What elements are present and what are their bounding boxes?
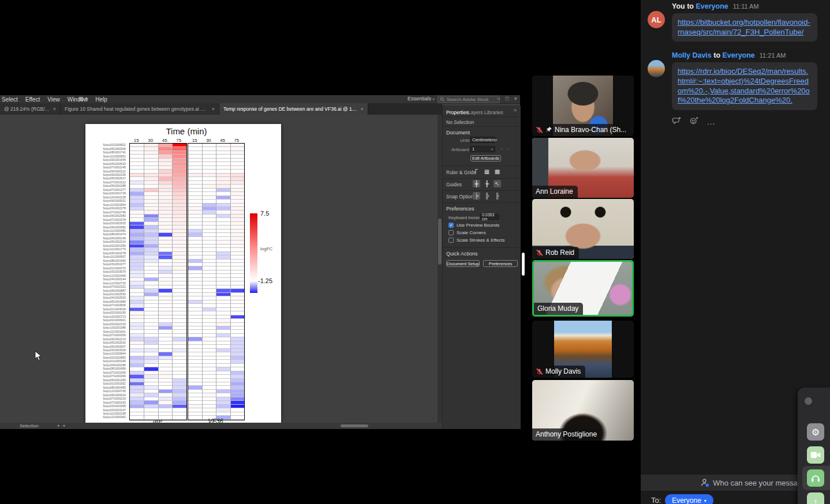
participant-name-bar: Gloria Muday xyxy=(534,303,583,315)
artboard-prev-icon[interactable]: ‹ xyxy=(501,146,503,152)
tab-properties[interactable]: Properties xyxy=(446,110,469,115)
selection-status: No Selection xyxy=(446,119,474,125)
scrollbar-thumb[interactable] xyxy=(438,219,442,265)
checkbox-row-scale-strokes-effects[interactable]: Scale Strokes & Effects xyxy=(448,238,504,243)
checkbox-row-scale-corners[interactable]: Scale Corners xyxy=(448,230,486,235)
participants-scrollbar-thumb[interactable] xyxy=(522,253,525,276)
panel-collapse-icon[interactable]: » xyxy=(514,107,517,113)
participant-name: Rob Reid xyxy=(545,249,574,257)
time-tick-label: 30 xyxy=(201,138,215,143)
message-bubble: https://rdrr.io/bioc/DESeq2/man/results.… xyxy=(672,62,817,110)
colorbar xyxy=(250,213,257,293)
checkbox[interactable] xyxy=(448,230,454,235)
menu-item-effect[interactable]: Effect xyxy=(25,96,40,103)
lock-guides-icon[interactable]: ╊ xyxy=(483,180,491,187)
participant-name-bar: Rob Reid xyxy=(532,247,579,259)
message-link[interactable]: https://rdrr.io/bioc/DESeq2/man/results.… xyxy=(678,67,812,106)
chat-message: Molly Davis to Everyone11:21 AMhttps://r… xyxy=(641,51,830,110)
restore-button[interactable]: □ xyxy=(503,95,511,103)
menu-bar: SelectEffectViewWindowHelp ▦ ▾ Essential… xyxy=(0,95,520,104)
tab-libraries[interactable]: Libraries xyxy=(484,110,503,115)
edit-artboards-button[interactable]: Edit Artboards xyxy=(470,155,501,161)
menu-item-view[interactable]: View xyxy=(47,96,60,103)
keyboard-increment-field[interactable]: 0.0353 cm xyxy=(480,214,499,220)
participant-name: Anthony Postiglione xyxy=(536,430,597,438)
canvas[interactable]: Time (min) 15304575 15304575 Solyc02G000… xyxy=(0,115,438,423)
document-setup-button[interactable]: Document Setup xyxy=(446,260,480,267)
screen: SelectEffectViewWindowHelp ▦ ▾ Essential… xyxy=(0,0,830,504)
more-options-icon[interactable]: … xyxy=(706,119,716,124)
artboard: Time (min) 15304575 15304575 Solyc02G000… xyxy=(85,124,281,423)
tab-layers[interactable]: Layers xyxy=(468,110,483,115)
overlay-status-dot xyxy=(805,397,812,405)
tab-close-icon[interactable]: × xyxy=(212,106,215,112)
workspace-switcher-icon[interactable]: ▦ ▾ xyxy=(78,96,88,101)
participant-name-bar: Nina Bravo-Chan (Sh... xyxy=(532,124,631,136)
heatmap-block-vf36 xyxy=(188,143,245,420)
snap-to-pixel-icon[interactable]: ╟ xyxy=(493,192,501,200)
document-tab[interactable]: Temp response of genes DE between are an… xyxy=(219,103,368,115)
grid-icon[interactable]: ▦ xyxy=(483,168,491,175)
snap-options-label: Snap Options xyxy=(446,194,476,200)
message-recipient[interactable]: Everyone xyxy=(723,51,755,59)
workspace-selector[interactable]: Essentials ▾ xyxy=(407,96,435,101)
status-bar-arrows[interactable]: ▸◂ xyxy=(58,423,68,428)
recipient-selector[interactable]: Everyone▾ xyxy=(665,494,713,504)
system-overlay-menu: ⚙ ↑ xyxy=(798,388,830,504)
transparency-grid-icon[interactable]: ▩ xyxy=(493,168,501,175)
checkbox[interactable]: ✓ xyxy=(448,223,454,228)
ruler-icon[interactable]: Γ xyxy=(473,168,480,175)
participant-name: Molly Davis xyxy=(545,367,581,375)
participant-tile[interactable]: Ann Loraine xyxy=(532,138,634,198)
tab-close-icon[interactable]: × xyxy=(53,106,56,112)
properties-panel: Properties Layers Libraries No Selection… xyxy=(442,106,521,429)
participant-tile[interactable]: Rob Reid xyxy=(532,199,634,259)
smart-guides-icon[interactable]: ↖ xyxy=(493,180,501,187)
status-tool-label: Selection xyxy=(20,423,39,428)
canvas-vertical-scrollbar[interactable] xyxy=(438,115,442,423)
privacy-note-bar[interactable]: Who can see your messages? xyxy=(641,475,815,491)
video-camera-icon[interactable] xyxy=(807,446,824,464)
message-to-word: to xyxy=(685,2,696,10)
tab-close-icon[interactable]: × xyxy=(361,106,364,112)
document-tab-label: Figure 10 Shared heat regulated genes be… xyxy=(65,106,210,112)
artboard-next-icon[interactable]: › xyxy=(507,146,509,152)
participant-name-bar: Anthony Postiglione xyxy=(532,428,601,441)
reply-icon[interactable] xyxy=(672,116,682,127)
participant-tile[interactable]: Gloria Muday xyxy=(532,260,634,317)
message-recipient[interactable]: Everyone xyxy=(696,2,728,10)
show-guides-icon[interactable]: ╋ xyxy=(473,180,480,187)
document-tab-label: @ 219.24% (RGB/GPU Preview) xyxy=(4,106,51,112)
preferences-section-title: Preferences xyxy=(446,206,474,212)
participant-tile[interactable]: Nina Bravo-Chan (Sh... xyxy=(532,76,634,136)
menu-item-select[interactable]: Select xyxy=(2,96,18,103)
units-dropdown[interactable]: Centimeters▾ xyxy=(470,137,495,143)
checkbox-label: Scale Corners xyxy=(457,230,486,235)
heatmap-block-are xyxy=(129,143,187,420)
close-button[interactable]: × xyxy=(512,95,519,103)
minimize-button[interactable]: − xyxy=(495,95,502,103)
message-sender: Molly Davis xyxy=(672,51,712,59)
participant-name-bar: Molly Davis xyxy=(532,366,585,378)
muted-mic-icon xyxy=(536,249,543,257)
participant-tile[interactable]: Anthony Postiglione xyxy=(532,380,634,441)
menu-item-help[interactable]: Help xyxy=(95,96,107,103)
document-tab[interactable]: Figure 10 Shared heat regulated genes be… xyxy=(61,103,219,115)
time-tick-label: 45 xyxy=(158,138,172,143)
checkbox[interactable] xyxy=(448,238,454,243)
preferences-button[interactable]: Preferences xyxy=(483,260,518,267)
snap-to-point-icon[interactable]: ╞ xyxy=(473,192,480,200)
horizontal-scrollbar-thumb[interactable] xyxy=(341,424,368,427)
checkbox-row-use-preview-bounds[interactable]: ✓Use Preview Bounds xyxy=(448,223,499,228)
avatar xyxy=(648,60,665,77)
message-link[interactable]: https://bitbucket.org/hotpollen/flavonoi… xyxy=(678,18,812,37)
headphones-icon[interactable] xyxy=(807,469,824,487)
adobe-stock-search[interactable]: Search Adobe Stock xyxy=(438,96,500,103)
snap-to-grid-icon[interactable]: ╠ xyxy=(483,192,491,200)
document-tab[interactable]: @ 219.24% (RGB/GPU Preview)× xyxy=(0,103,61,115)
artboard-dropdown[interactable]: 1▾ xyxy=(470,146,495,152)
settings-icon[interactable]: ⚙ xyxy=(807,423,824,441)
share-screen-icon[interactable]: ↑ xyxy=(807,492,824,504)
participant-tile[interactable]: Molly Davis xyxy=(532,321,634,378)
add-reaction-icon[interactable] xyxy=(689,116,699,127)
